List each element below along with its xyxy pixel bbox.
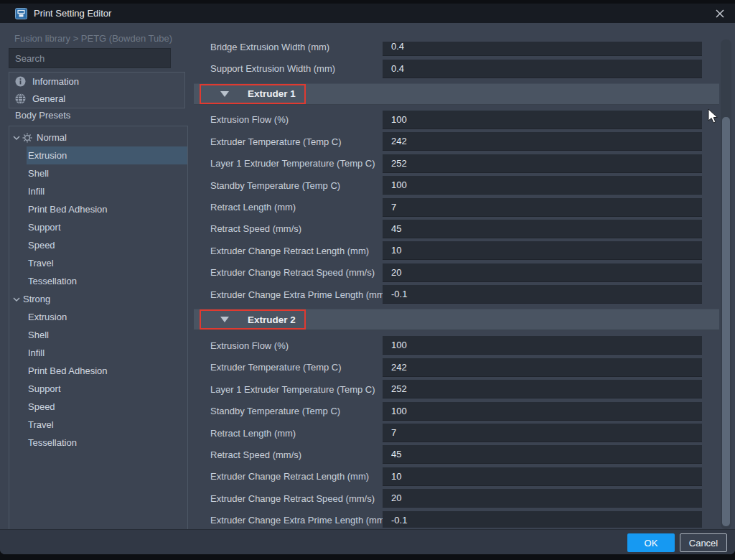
setting-row: Extruder Change Retract Length (mm) [194, 466, 719, 487]
setting-row: Retract Length (mm) [194, 422, 719, 444]
setting-value-input[interactable] [383, 358, 702, 377]
sidebar-item-label: General [32, 93, 65, 104]
presets-tree: Normal Extrusion Shell Infill Print Bed … [9, 126, 188, 531]
setting-row: Extrusion Flow (%) [194, 335, 719, 356]
setting-row: Standby Temperature (Temp C) [194, 174, 719, 196]
tree-preset-strong[interactable]: Strong [9, 290, 187, 308]
setting-label: Bridge Extrusion Width (mm) [194, 42, 383, 52]
setting-row: Extruder Temperature (Temp C) [194, 357, 719, 378]
setting-value-input[interactable] [383, 424, 702, 442]
setting-row: Retract Speed (mm/s) [194, 218, 719, 240]
tree-item-strong-extrusion[interactable]: Extrusion [9, 308, 187, 326]
setting-row: Extruder Temperature (Temp C) [194, 131, 719, 152]
setting-value-input[interactable] [383, 111, 702, 129]
dialog-footer: OK Cancel [0, 529, 735, 554]
sidebar-item-label: Information [32, 76, 79, 87]
tree-item-strong-tessellation[interactable]: Tessellation [9, 434, 187, 452]
globe-icon [15, 93, 26, 104]
tree-item-strong-speed[interactable]: Speed [9, 398, 187, 416]
scrollbar-thumb[interactable] [722, 117, 730, 526]
gear-icon [22, 133, 32, 143]
breadcrumb: Fusion library > PETG (Bowden Tube) [14, 33, 172, 44]
setting-value-input[interactable] [383, 176, 702, 195]
tree-item-normal-infill[interactable]: Infill [9, 182, 187, 200]
section-title: Extruder 1 [248, 88, 296, 99]
setting-row: Support Extrusion Width (mm) [194, 57, 719, 79]
setting-value-input[interactable] [383, 220, 702, 238]
setting-row: Extruder Change Retract Speed (mm/s) [194, 487, 719, 509]
tree-item-strong-support[interactable]: Support [9, 380, 187, 398]
setting-value-input[interactable] [383, 263, 702, 282]
collapse-triangle-icon [220, 91, 229, 97]
setting-value-input[interactable] [383, 154, 702, 173]
setting-value-input[interactable] [383, 60, 702, 78]
chevron-down-icon[interactable] [12, 295, 21, 304]
print-setting-editor-dialog: Print Setting Editor Fusion library > PE… [0, 4, 735, 554]
setting-value-input[interactable] [383, 132, 702, 151]
sidebar-top-panel: Information General [9, 72, 185, 108]
setting-row: Bridge Extrusion Width (mm) [194, 42, 719, 57]
tree-preset-normal[interactable]: Normal [9, 129, 187, 146]
setting-row: Extruder Change Extra Prime Length (mm) [194, 284, 719, 305]
search-box [9, 48, 171, 68]
tree-preset-label: Normal [37, 132, 67, 143]
collapse-triangle-icon [220, 317, 229, 322]
setting-value-input[interactable] [383, 42, 702, 56]
setting-value-input[interactable] [383, 241, 702, 260]
setting-value-input[interactable] [383, 489, 702, 508]
tree-preset-label: Strong [23, 294, 50, 304]
setting-value-input[interactable] [383, 285, 702, 304]
ok-button[interactable]: OK [627, 533, 675, 552]
setting-row: Extruder Change Retract Speed (mm/s) [194, 262, 719, 284]
setting-label: Support Extrusion Width (mm) [194, 63, 383, 74]
title-bar: Print Setting Editor [0, 4, 735, 23]
settings-panel: Bridge Extrusion Width (mm) Support Extr… [194, 42, 719, 528]
section-header-extruder-2[interactable]: Extruder 2 [194, 309, 719, 330]
cancel-button[interactable]: Cancel [680, 533, 727, 552]
setting-row: Extruder Change Extra Prime Length (mm) [194, 509, 719, 528]
setting-row: Standby Temperature (Temp C) [194, 400, 719, 421]
app-icon [15, 8, 27, 19]
setting-value-input[interactable] [383, 198, 702, 217]
search-input[interactable] [9, 49, 170, 67]
setting-value-input[interactable] [383, 467, 702, 486]
setting-row: Extrusion Flow (%) [194, 109, 719, 131]
setting-value-input[interactable] [383, 511, 702, 528]
sidebar-item-general[interactable]: General [9, 90, 184, 107]
info-icon [15, 76, 26, 87]
tree-item-normal-travel[interactable]: Travel [9, 254, 187, 272]
chevron-down-icon[interactable] [12, 134, 21, 142]
section-header-extruder-1[interactable]: Extruder 1 [194, 83, 719, 105]
tree-item-normal-extrusion[interactable]: Extrusion [9, 146, 187, 164]
setting-value-input[interactable] [383, 380, 702, 398]
tree-item-normal-tessellation[interactable]: Tessellation [9, 272, 187, 290]
setting-value-input[interactable] [383, 402, 702, 421]
window-title: Print Setting Editor [34, 8, 111, 19]
setting-row: Extruder Change Retract Length (mm) [194, 240, 719, 261]
setting-row: Retract Speed (mm/s) [194, 444, 719, 465]
setting-value-input[interactable] [383, 445, 702, 464]
sidebar-item-information[interactable]: Information [9, 73, 184, 90]
close-icon[interactable] [712, 6, 728, 22]
section-title: Extruder 2 [248, 314, 296, 325]
tree-item-strong-travel[interactable]: Travel [9, 416, 187, 434]
tree-item-normal-speed[interactable]: Speed [9, 236, 187, 254]
setting-row: Layer 1 Extruder Temperature (Temp C) [194, 153, 719, 174]
tree-item-strong-shell[interactable]: Shell [9, 326, 187, 344]
tree-item-strong-print-bed-adhesion[interactable]: Print Bed Adhesion [9, 362, 187, 380]
body-presets-label: Body Presets [15, 110, 70, 121]
setting-value-input[interactable] [383, 336, 702, 355]
setting-row: Layer 1 Extruder Temperature (Temp C) [194, 378, 719, 400]
tree-item-normal-shell[interactable]: Shell [9, 164, 187, 182]
tree-item-normal-support[interactable]: Support [9, 218, 187, 236]
setting-row: Retract Length (mm) [194, 196, 719, 218]
tree-item-normal-print-bed-adhesion[interactable]: Print Bed Adhesion [9, 200, 187, 218]
tree-item-strong-infill[interactable]: Infill [9, 344, 187, 362]
